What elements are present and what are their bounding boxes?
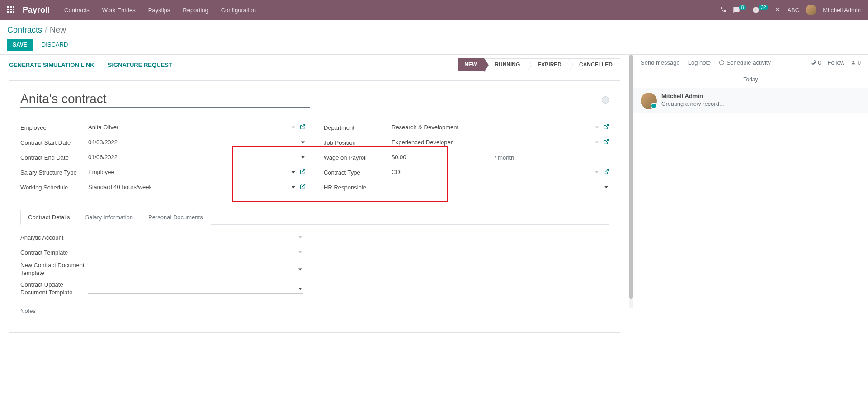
close-tray-icon[interactable]	[774, 6, 781, 14]
activities-icon[interactable]: 32	[752, 6, 768, 14]
tab-salary-information[interactable]: Salary Information	[77, 210, 141, 225]
status-expired[interactable]: EXPIRED	[527, 58, 569, 71]
apps-icon[interactable]	[7, 6, 15, 14]
messages-badge: 8	[739, 5, 746, 10]
kanban-state-dot[interactable]	[602, 96, 609, 104]
followers-count[interactable]: 0	[851, 59, 861, 66]
message-body: Creating a new record...	[661, 100, 861, 107]
nav-contracts[interactable]: Contracts	[64, 7, 90, 14]
working-schedule-label: Working Schedule	[20, 184, 88, 191]
message-avatar	[641, 93, 657, 109]
chatter-date-separator: Today	[633, 76, 868, 83]
employee-external-link-icon[interactable]	[300, 124, 306, 131]
tab-personal-documents[interactable]: Personal Documents	[141, 210, 211, 225]
log-note-button[interactable]: Log note	[688, 59, 711, 66]
new-contract-doc-template-input[interactable]	[88, 264, 303, 274]
nav-reporting[interactable]: Reporting	[183, 7, 208, 14]
employee-input[interactable]	[88, 123, 296, 132]
chatter-message: Mitchell Admin Creating a new record...	[633, 88, 868, 113]
contract-template-label: Contract Template	[20, 249, 88, 256]
activities-badge: 32	[759, 5, 768, 10]
contract-name-input[interactable]	[20, 92, 310, 108]
user-avatar[interactable]	[806, 5, 816, 15]
message-author: Mitchell Admin	[661, 93, 861, 99]
start-date-input[interactable]	[88, 137, 306, 147]
analytic-account-input[interactable]	[88, 232, 303, 242]
tabs: Contract Details Salary Information Pers…	[20, 209, 609, 225]
status-running[interactable]: RUNNING	[484, 58, 527, 71]
end-date-label: Contract End Date	[20, 154, 88, 161]
status-cancelled[interactable]: CANCELLED	[569, 58, 620, 71]
messages-icon[interactable]: 8	[733, 6, 746, 14]
notes-label: Notes	[20, 307, 609, 314]
salary-structure-label: Salary Structure Type	[20, 169, 88, 176]
chatter-panel: Send message Log note Schedule activity …	[633, 55, 868, 338]
save-button[interactable]: SAVE	[7, 39, 33, 51]
contract-update-doc-template-input[interactable]	[88, 284, 303, 294]
department-external-link-icon[interactable]	[603, 124, 609, 131]
phone-icon[interactable]	[720, 6, 726, 14]
job-position-input[interactable]	[392, 137, 599, 147]
hr-responsible-input[interactable]	[392, 182, 609, 192]
company-switcher[interactable]: ABC	[787, 7, 799, 14]
contract-type-input[interactable]	[392, 167, 599, 177]
wage-input[interactable]	[392, 152, 491, 162]
attachments-count[interactable]: 0	[811, 59, 821, 66]
hr-responsible-label: HR Responsible	[324, 184, 392, 191]
wage-label: Wage on Payroll	[324, 154, 392, 161]
send-message-button[interactable]: Send message	[641, 59, 680, 66]
contract-type-external-link-icon[interactable]	[603, 169, 609, 176]
status-new[interactable]: NEW	[458, 58, 484, 71]
scrollbar[interactable]	[629, 55, 633, 308]
status-bar: NEW RUNNING EXPIRED CANCELLED	[458, 58, 620, 71]
app-brand[interactable]: Payroll	[23, 5, 50, 15]
user-name[interactable]: Mitchell Admin	[823, 7, 861, 14]
contract-template-input[interactable]	[88, 247, 303, 257]
working-schedule-external-link-icon[interactable]	[300, 184, 306, 191]
employee-label: Employee	[20, 124, 88, 131]
signature-request-button[interactable]: SIGNATURE REQUEST	[108, 61, 172, 68]
follow-button[interactable]: Follow	[828, 59, 845, 66]
contract-update-doc-template-label: Contract Update Document Template	[20, 281, 88, 297]
contract-type-label: Contract Type	[324, 169, 392, 176]
nav-work-entries[interactable]: Work Entries	[102, 7, 136, 14]
breadcrumb: Contracts/New	[7, 25, 861, 35]
salary-structure-external-link-icon[interactable]	[300, 169, 306, 176]
breadcrumb-contracts[interactable]: Contracts	[7, 25, 42, 34]
tab-contract-details[interactable]: Contract Details	[20, 210, 77, 225]
salary-structure-input[interactable]	[88, 167, 296, 177]
department-input[interactable]	[392, 123, 599, 132]
end-date-input[interactable]	[88, 152, 306, 162]
job-position-label: Job Position	[324, 139, 392, 146]
nav-configuration[interactable]: Configuration	[221, 7, 256, 14]
wage-unit: / month	[495, 154, 514, 161]
analytic-account-label: Analytic Account	[20, 234, 88, 241]
working-schedule-input[interactable]	[88, 182, 296, 192]
new-contract-doc-template-label: New Contract Document Template	[20, 262, 88, 277]
top-navbar: Payroll Contracts Work Entries Payslips …	[0, 0, 868, 20]
nav-payslips[interactable]: Payslips	[148, 7, 170, 14]
job-position-external-link-icon[interactable]	[603, 139, 609, 146]
department-label: Department	[324, 124, 392, 131]
start-date-label: Contract Start Date	[20, 139, 88, 146]
schedule-activity-button[interactable]: Schedule activity	[719, 59, 771, 66]
generate-simulation-link-button[interactable]: GENERATE SIMULATION LINK	[9, 61, 94, 68]
discard-button[interactable]: DISCARD	[39, 38, 71, 51]
breadcrumb-current: New	[50, 25, 66, 34]
